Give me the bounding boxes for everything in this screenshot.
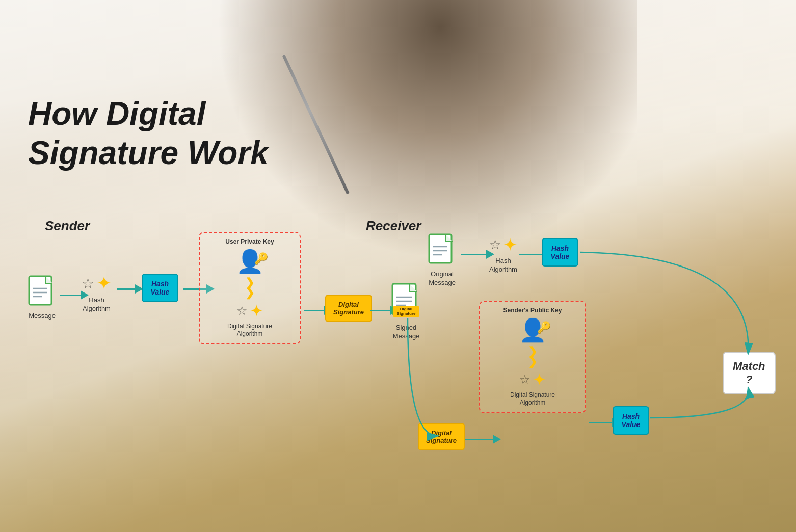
dsa-sender-box: User Private Key 👤 🔑 ❯ ❯ ☆ ✦ Digital Sig… <box>199 232 301 344</box>
sun-icon-recv: ✦ <box>503 234 517 255</box>
digital-signature-receiver-node: DigitalSignature <box>418 423 465 450</box>
title-line2: Signature Work <box>28 134 269 173</box>
arrows-svg <box>0 0 796 532</box>
dsa-receiver-box: Sender's Public Key 👤 🔑 ❯ ❯ ☆ ✦ Digital … <box>479 301 586 413</box>
title-line1: How Digital <box>28 94 269 134</box>
hash-value-receiver-bottom-box: HashValue <box>613 406 649 435</box>
match-node: Match? <box>723 352 776 394</box>
senders-public-key-label: Sender's Public Key <box>503 307 562 314</box>
hash-value-receiver-top-box: HashValue <box>542 238 578 267</box>
signed-message-node: DigitalSignature SignedMessage <box>391 283 421 341</box>
key-icon-receiver: 🔑 <box>537 321 551 334</box>
message-label: Message <box>29 312 56 320</box>
key-icon-sender: 🔑 <box>254 252 268 265</box>
signed-message-label: SignedMessage <box>393 324 420 341</box>
chevron-down-recv-2: ❯ <box>528 357 537 367</box>
message-node: Message <box>28 275 56 320</box>
dsa-receiver-label: Digital SignatureAlgorithm <box>510 391 555 407</box>
sender-label: Sender <box>45 218 90 234</box>
star-outline-dsa-recv: ☆ <box>519 373 530 387</box>
digital-signature-sender-box: DigitalSignature <box>325 295 372 322</box>
original-message-node: OriginalMessage <box>428 233 456 287</box>
match-box: Match? <box>723 352 776 394</box>
star-outline-dsa: ☆ <box>236 304 248 318</box>
original-message-doc-icon <box>428 233 456 268</box>
message-doc-icon <box>28 275 56 310</box>
dsa-sender-label: Digital SignatureAlgorithm <box>227 323 272 338</box>
hash-algo-label: HashAlgorithm <box>83 296 111 313</box>
match-label: Match? <box>733 360 765 386</box>
original-message-label: OriginalMessage <box>429 270 456 287</box>
hash-value-sender-box: HashValue <box>142 274 178 302</box>
star-outline-icon: ☆ <box>82 275 94 292</box>
arrow8 <box>465 435 501 444</box>
sun-icon-dsa: ✦ <box>250 301 263 321</box>
title-block: How Digital Signature Work <box>28 94 269 173</box>
hash-value-sender-node: HashValue <box>142 274 178 302</box>
sun-icon: ✦ <box>96 273 112 294</box>
hash-value-receiver-top-node: HashValue <box>542 238 578 267</box>
signed-message-inner-label: DigitalSignature <box>393 306 419 317</box>
arrow2 <box>117 284 143 294</box>
sun-icon-dsa-recv: ✦ <box>533 370 546 389</box>
user-private-key-label: User Private Key <box>225 238 274 245</box>
hash-algo-receiver-label: HashAlgorithm <box>489 257 517 274</box>
hash-algorithm-receiver: ☆ ✦ HashAlgorithm <box>489 234 517 274</box>
hash-algorithm-sender: ☆ ✦ HashAlgorithm <box>82 273 112 313</box>
star-outline-recv: ☆ <box>489 237 501 253</box>
digital-signature-receiver-box: DigitalSignature <box>418 423 465 450</box>
hash-value-receiver-bottom-node: HashValue <box>613 406 649 435</box>
main-content: How Digital Signature Work Sender Receiv… <box>0 0 796 532</box>
digital-signature-sender-node: DigitalSignature <box>325 295 372 322</box>
receiver-label: Receiver <box>366 218 421 234</box>
chevron-down-2: ❯ <box>245 288 254 298</box>
